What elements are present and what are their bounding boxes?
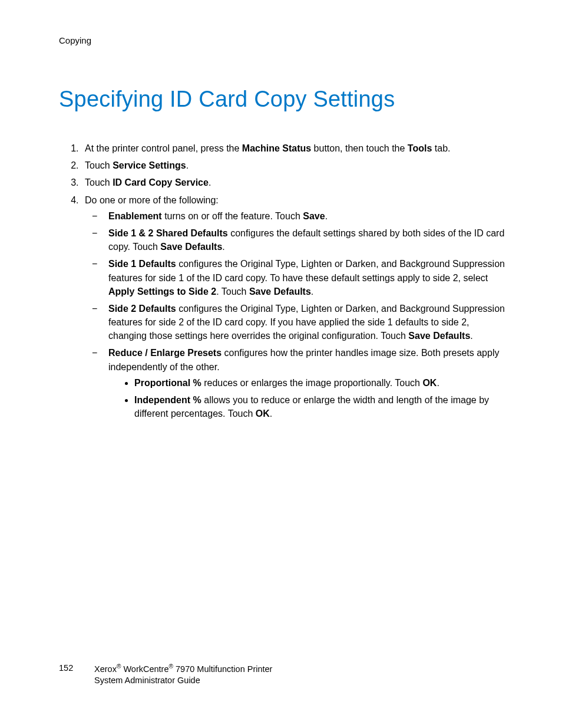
list-item: Side 1 Defaults configures the Original …: [101, 257, 509, 298]
list-item: Enablement turns on or off the feature. …: [101, 209, 509, 223]
list-item: Side 2 Defaults configures the Original …: [101, 302, 509, 343]
page-title: Specifying ID Card Copy Settings: [59, 87, 509, 112]
list-item: Independent % allows you to reduce or en…: [134, 393, 509, 420]
list-item: Reduce / Enlarge Presets configures how …: [101, 346, 509, 420]
page-header-section: Copying: [59, 35, 509, 45]
footer-line2: System Administrator Guide: [94, 676, 200, 685]
footer-text: Xerox® WorkCentre® 7970 Multifunction Pr…: [94, 663, 272, 687]
list-item: At the printer control panel, press the …: [81, 141, 509, 155]
list-item: Touch ID Card Copy Service.: [81, 176, 509, 189]
page-footer: 152 Xerox® WorkCentre® 7970 Multifunctio…: [59, 663, 272, 687]
document-page: Copying Specifying ID Card Copy Settings…: [0, 0, 562, 728]
list-item: Touch Service Settings.: [81, 159, 509, 172]
dash-list: Enablement turns on or off the feature. …: [85, 209, 509, 421]
list-item: Do one or more of the following:Enableme…: [81, 193, 509, 421]
bullet-list: Proportional % reduces or enlarges the i…: [108, 376, 509, 421]
list-item: Side 1 & 2 Shared Defaults configures th…: [101, 226, 509, 253]
page-number: 152: [59, 663, 92, 674]
numbered-steps-list: At the printer control panel, press the …: [59, 141, 509, 420]
list-item: Proportional % reduces or enlarges the i…: [134, 376, 509, 390]
